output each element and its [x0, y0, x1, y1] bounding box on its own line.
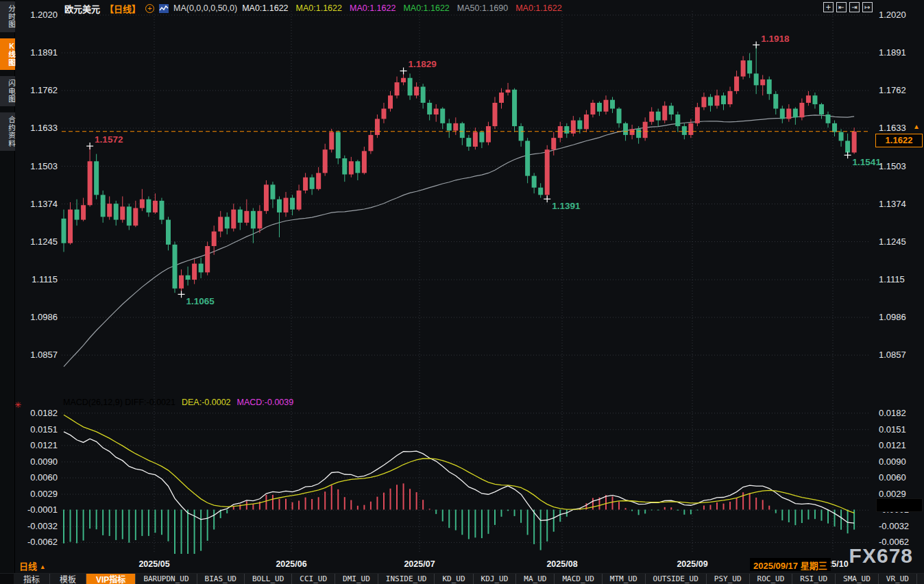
x-axis-row: 日线 ▲ 2025/09/17 星期三 2025/052025/062025/0… — [0, 557, 924, 573]
macd-current-value-box — [876, 498, 923, 512]
bottom-tab-11[interactable]: KDJ_UD — [474, 574, 517, 584]
price-axis-label: 1.1891 — [15, 47, 58, 58]
price-axis-label: 1.0857 — [879, 350, 906, 360]
low-price-annotation: 1.1541 — [853, 157, 882, 167]
sidebar-item-3[interactable]: 闪电图 — [0, 76, 15, 107]
macd-axis-label: 0.0121 — [15, 440, 58, 450]
price-axis-label: 1.1891 — [879, 47, 906, 58]
ma-value-label: MA0:1.1622 — [296, 3, 342, 13]
indicator-settings-icon[interactable]: ✳ — [14, 400, 21, 410]
bottom-toolbar: 指标模板VIP指标BARUPDN_UDBIAS_UDBOLL_UDCCI_UDD… — [0, 573, 924, 584]
price-axis-label: 1.0986 — [15, 312, 58, 322]
bottom-tab-5[interactable]: BIAS_UD — [197, 574, 245, 584]
x-axis-label: 2025/09 — [677, 559, 707, 569]
period-selector[interactable]: 日线 ▲ — [19, 559, 46, 572]
bottom-tab-12[interactable]: MA_UD — [516, 574, 555, 584]
price-axis-label: 1.1374 — [879, 199, 906, 209]
macd-title: MACD(26,12,9) DIFF:-0.0021 — [63, 398, 175, 407]
macd-value: MACD:-0.0039 — [237, 398, 294, 407]
macd-axis-label: -0.0062 — [15, 537, 58, 547]
scale-right-icon[interactable]: ⇥ — [849, 2, 860, 12]
low-price-annotation: 1.1065 — [186, 296, 215, 306]
bottom-tab-3[interactable]: VIP指标 — [86, 574, 136, 584]
bottom-tab-19[interactable]: SMA_UD — [836, 574, 879, 584]
macd-axis-label: 0.0029 — [15, 489, 58, 499]
macd-axis-label: 0.0029 — [879, 489, 906, 499]
x-axis-label: 2025/07 — [404, 559, 435, 569]
macd-axis-label: 0.0151 — [15, 424, 58, 435]
chart-style-icon[interactable] — [159, 4, 169, 13]
macd-axis-label: 0.0182 — [15, 408, 58, 418]
candlestick-chart[interactable]: 1.15721.10651.18291.13911.19181.1541 — [0, 0, 924, 584]
price-axis-label: 1.1115 — [15, 274, 58, 284]
bottom-tab-7[interactable]: CCI_UD — [292, 574, 335, 584]
current-price-marker-icon: ▲ — [913, 123, 920, 130]
price-axis-label: 1.2020 — [15, 10, 58, 20]
macd-axis-label: -0.0001 — [15, 504, 58, 515]
ma-value-label: MA0:1.1622 — [515, 3, 561, 13]
x-axis-label: 2025/08 — [546, 559, 577, 569]
ma-value-label: MA0:1.1622 — [403, 3, 449, 13]
price-axis-label: 1.0986 — [879, 312, 906, 322]
bottom-tab-14[interactable]: MTM_UD — [603, 574, 646, 584]
price-axis-label: 1.2020 — [879, 10, 906, 20]
macd-axis-label: -0.0032 — [15, 521, 58, 531]
chart-toolbar: +⇤⇥↦ — [823, 2, 873, 12]
bottom-tab-10[interactable]: KD_UD — [435, 574, 473, 584]
date-tooltip: 2025/09/17 星期三 — [750, 558, 831, 571]
sidebar-item-1[interactable]: 分时图 — [0, 1, 15, 32]
macd-axis-label: 0.0182 — [879, 408, 906, 418]
chevron-up-icon: ▲ — [40, 563, 46, 570]
price-axis-label: 1.1503 — [879, 161, 906, 171]
macd-axis-label: -0.0032 — [879, 521, 909, 531]
high-price-annotation: 1.1829 — [409, 59, 437, 69]
ma-value-label: MA0:1.1622 — [242, 3, 288, 13]
symbol-title: 欧元美元 — [64, 2, 100, 15]
bottom-tab-18[interactable]: RSI_UD — [792, 574, 836, 584]
bottom-tab-17[interactable]: ROC_UD — [750, 574, 793, 584]
ma-value-label: MA50:1.1690 — [457, 3, 508, 13]
macd-header: MACD(26,12,9) DIFF:-0.0021 DEA:-0.0002 M… — [63, 398, 293, 407]
high-price-annotation: 1.1572 — [95, 134, 123, 145]
watermark: FX678 — [849, 544, 913, 568]
more-indicators-button[interactable]: >> — [917, 574, 924, 584]
ma-settings-label: MA(0,0,0,0,50,0) — [173, 3, 237, 13]
high-price-annotation: 1.1918 — [761, 34, 790, 44]
bottom-tab-16[interactable]: PSY_UD — [707, 574, 750, 584]
shift-right-icon[interactable]: ↦ — [862, 2, 873, 12]
bottom-tab-4[interactable]: BARUPDN_UD — [136, 574, 197, 584]
bottom-tab-20[interactable]: VR_UD — [879, 574, 917, 584]
sidebar-item-2[interactable]: K线图 — [0, 38, 15, 70]
sidebar-item-4[interactable]: 合约资料 — [0, 112, 15, 151]
macd-axis-label: 0.0060 — [879, 472, 906, 483]
price-axis-label: 1.1633 — [15, 123, 58, 133]
macd-axis-label: 0.0090 — [15, 457, 58, 467]
price-axis-label: 1.1245 — [879, 236, 906, 247]
bottom-tab-9[interactable]: INSIDE_UD — [378, 574, 435, 584]
price-axis-label: 1.1374 — [15, 199, 58, 209]
bottom-tab-1[interactable]: 指标 — [14, 574, 50, 584]
ma-values: MA0:1.1622MA0:1.1622MA0:1.1622MA0:1.1622… — [242, 3, 561, 13]
price-axis-label: 1.1503 — [15, 161, 58, 171]
macd-dea-value: DEA:-0.0002 — [182, 398, 231, 407]
bottom-tab-15[interactable]: OUTSIDE_UD — [646, 574, 707, 584]
move-tool-icon[interactable]: + — [823, 2, 834, 12]
price-axis-label: 1.1762 — [879, 85, 906, 95]
price-axis-label: 1.1115 — [879, 274, 905, 284]
bottom-tab-13[interactable]: MACD_UD — [555, 574, 602, 584]
macd-axis-label: 0.0060 — [15, 472, 58, 483]
low-price-annotation: 1.1391 — [552, 201, 581, 211]
bottom-tab-6[interactable]: BOLL_UD — [245, 574, 292, 584]
x-axis-label: 2025/05 — [138, 559, 169, 569]
sidebar: 分时图K线图闪电图合约资料 — [0, 0, 15, 573]
current-price-tag: 1.1622 — [875, 134, 923, 147]
macd-axis-label: 0.0151 — [879, 424, 906, 435]
add-indicator-icon[interactable]: + — [145, 4, 154, 13]
bottom-tab-2[interactable]: 模板 — [50, 574, 86, 584]
x-axis-label: 2025/06 — [276, 559, 306, 569]
price-axis-label: 1.0857 — [15, 350, 58, 360]
macd-axis-label: 0.0090 — [879, 457, 906, 467]
chart-header: 欧元美元 【日线】 + MA(0,0,0,0,50,0) MA0:1.1622M… — [64, 3, 562, 14]
scale-left-icon[interactable]: ⇤ — [836, 2, 847, 12]
bottom-tab-8[interactable]: DMI_UD — [335, 574, 378, 584]
